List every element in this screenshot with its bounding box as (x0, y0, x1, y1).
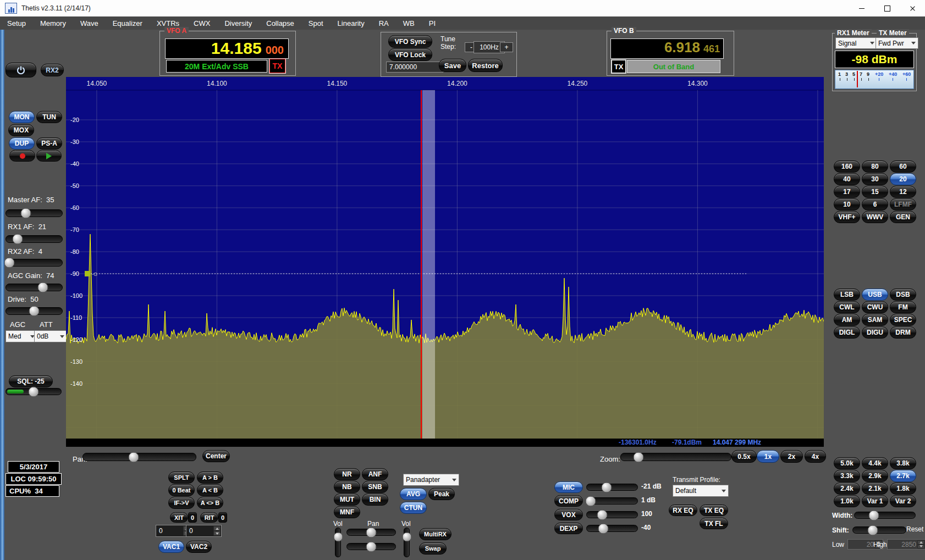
filter-high-spinner[interactable]: 2850 (887, 539, 925, 550)
save-button[interactable]: Save (439, 59, 466, 72)
rx1-af-slider[interactable] (5, 235, 63, 243)
sql-button[interactable]: SQL: -25 (9, 375, 53, 387)
band-button-80[interactable]: 80 (862, 160, 888, 173)
mon-button[interactable]: MON (9, 111, 35, 123)
tx-eq-button[interactable]: TX EQ (700, 504, 728, 516)
slider-thumb[interactable] (402, 532, 411, 541)
maximize-button[interactable] (874, 0, 900, 16)
slider-thumb[interactable] (20, 208, 31, 219)
filter-button-5.0k[interactable]: 5.0k (834, 457, 860, 469)
filter-button-3.3k[interactable]: 3.3k (834, 470, 860, 482)
shift-reset-button[interactable]: Reset (906, 525, 923, 533)
menu-item-collapse[interactable]: Collapse (259, 18, 301, 29)
filter-button-var-1[interactable]: Var 1 (862, 495, 888, 507)
att-select[interactable]: 0dB (34, 330, 67, 342)
width-slider[interactable] (854, 512, 916, 519)
filter-button-2.4k[interactable]: 2.4k (834, 483, 860, 495)
menu-item-memory[interactable]: Memory (33, 18, 73, 29)
band-button-20[interactable]: 20 (890, 173, 916, 185)
mode-button-sam[interactable]: SAM (862, 314, 888, 326)
spinner-arrows-icon[interactable] (213, 526, 221, 536)
band-button-15[interactable]: 15 (862, 186, 888, 198)
band-button-40[interactable]: 40 (834, 173, 860, 185)
rx2-af-slider[interactable] (5, 259, 63, 267)
slider-thumb[interactable] (868, 525, 878, 535)
slider-thumb[interactable] (634, 452, 644, 462)
band-button-wwv[interactable]: WWV (862, 211, 888, 223)
close-button[interactable] (900, 0, 925, 16)
slider-thumb[interactable] (597, 509, 607, 520)
filter-button-var-2[interactable]: Var 2 (890, 495, 916, 507)
filter-button-2.1k[interactable]: 2.1k (862, 483, 888, 495)
rx2-vol-slider[interactable] (404, 528, 410, 557)
dsp-button-mut[interactable]: MUT (334, 494, 360, 506)
xit-value[interactable]: 0 (188, 512, 197, 523)
ctun-button[interactable]: CTUN (400, 502, 427, 514)
rx1-pan-slider[interactable] (346, 529, 396, 536)
vfo-op-button-a-b[interactable]: A <> B (197, 497, 223, 509)
rx1-vol-slider[interactable] (335, 528, 341, 557)
vfo-a-frequency[interactable]: 14.185 000 (165, 38, 289, 59)
vfo-op-button-if-v[interactable]: IF->V (168, 497, 195, 509)
mode-button-digl[interactable]: DIGL (834, 326, 860, 339)
band-button-60[interactable]: 60 (890, 160, 916, 173)
menu-item-wave[interactable]: Wave (73, 18, 106, 29)
rx1-meter-select[interactable]: Signal (835, 37, 877, 49)
slider-thumb[interactable] (586, 496, 596, 506)
dsp-button-anf[interactable]: ANF (362, 468, 388, 480)
band-button-160[interactable]: 160 (834, 160, 860, 173)
comp-slider[interactable] (586, 497, 638, 504)
dup-button[interactable]: DUP (9, 137, 35, 149)
vac1-button[interactable]: VAC1 (158, 541, 184, 553)
vfo-sync-button[interactable]: VFO Sync (388, 35, 432, 48)
multirx-button[interactable]: MultiRX (419, 528, 452, 540)
slider-thumb[interactable] (366, 527, 377, 537)
mic-slider[interactable] (586, 484, 638, 491)
menu-item-wb[interactable]: WB (396, 18, 422, 29)
mode-button-cwu[interactable]: CWU (862, 301, 888, 313)
band-button-17[interactable]: 17 (834, 186, 860, 198)
swap-button[interactable]: Swap (419, 542, 447, 555)
shift-slider[interactable] (852, 526, 906, 534)
slider-thumb[interactable] (333, 532, 343, 541)
xit-button[interactable]: XIT (170, 512, 188, 523)
spectrum-plot[interactable]: -G14.05014.10014.15014.20014.25014.300-2… (66, 77, 824, 439)
sql-slider[interactable] (5, 388, 62, 395)
ps-a-button[interactable]: PS-A (36, 137, 62, 149)
slider-thumb[interactable] (29, 306, 40, 317)
slider-thumb[interactable] (598, 523, 609, 534)
mode-button-dsb[interactable]: DSB (890, 289, 916, 301)
vfo-split-freq-field[interactable]: 7.000000 (386, 62, 443, 73)
tun-button[interactable]: TUN (36, 111, 62, 123)
record-button[interactable] (9, 150, 35, 162)
dexp-button[interactable]: DEXP (554, 523, 583, 534)
vox-button[interactable]: VOX (554, 509, 583, 520)
vfo-op-button-splt[interactable]: SPLT (168, 472, 195, 484)
mode-button-fm[interactable]: FM (890, 301, 916, 313)
filter-button-1.8k[interactable]: 1.8k (890, 483, 916, 495)
display-mode-select[interactable]: Panadapter (403, 474, 459, 486)
transmit-profile-select[interactable]: Default (673, 485, 729, 497)
slider-thumb[interactable] (29, 386, 39, 397)
dsp-button-nb[interactable]: NB (334, 481, 360, 493)
slider-thumb[interactable] (129, 452, 139, 462)
spinner-arrows-icon[interactable] (917, 540, 924, 548)
pan-slider[interactable] (82, 453, 196, 461)
filter-button-2.7k[interactable]: 2.7k (890, 470, 916, 482)
menu-item-setup[interactable]: Setup (0, 18, 33, 29)
band-button-12[interactable]: 12 (890, 186, 916, 198)
mode-button-lsb[interactable]: LSB (834, 289, 860, 301)
menu-item-diversity[interactable]: Diversity (217, 18, 259, 29)
band-button-gen[interactable]: GEN (890, 211, 916, 223)
rit-value[interactable]: 0 (218, 512, 227, 523)
rx2-pan-slider[interactable] (346, 543, 396, 550)
zoom-slider[interactable] (620, 453, 731, 461)
dsp-button-nr[interactable]: NR (334, 468, 360, 480)
avg-button[interactable]: AVG (400, 488, 427, 500)
mode-button-cwl[interactable]: CWL (834, 301, 860, 313)
filter-button-2.9k[interactable]: 2.9k (862, 470, 888, 482)
filter-button-1.0k[interactable]: 1.0k (834, 495, 860, 507)
rx2-button[interactable]: RX2 (41, 64, 64, 76)
mode-button-digu[interactable]: DIGU (862, 326, 888, 339)
menu-item-spot[interactable]: Spot (301, 18, 331, 29)
